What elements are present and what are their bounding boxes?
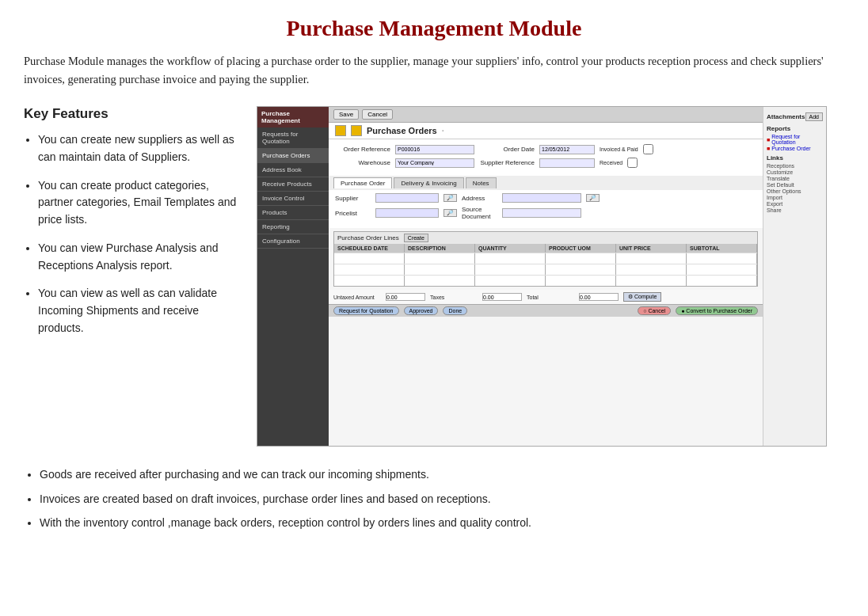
ss-cell bbox=[334, 253, 405, 264]
ss-status-bar: Request for Quotation Approved Done ○ Ca… bbox=[329, 304, 763, 317]
ss-order-date-input[interactable] bbox=[539, 145, 595, 154]
ss-cell bbox=[546, 264, 616, 275]
ss-cell bbox=[334, 264, 405, 275]
ss-link-setdefault[interactable]: Set Default bbox=[767, 182, 823, 188]
ss-order-ref-input[interactable] bbox=[395, 145, 474, 154]
ss-invoiced-paid-checkbox[interactable] bbox=[643, 144, 653, 154]
ss-sidebar-header: Purchase Management bbox=[257, 107, 329, 127]
below-list: Goods are received after purchasing and … bbox=[24, 466, 844, 531]
ss-tabs: Purchase Order Delivery & Invoicing Note… bbox=[329, 176, 763, 190]
ss-pricelist-search-btn[interactable]: 🔎 bbox=[444, 209, 457, 217]
ss-warehouse-input[interactable] bbox=[395, 158, 474, 168]
ss-form-area: Order Reference Order Date Invoiced & Pa… bbox=[329, 139, 763, 176]
ss-convert-po-btn[interactable]: ● Convert to Purchase Order bbox=[676, 306, 758, 315]
ss-order-date-label: Order Date bbox=[479, 146, 535, 153]
ss-link-export[interactable]: Export bbox=[767, 201, 823, 207]
ss-add-attachment-button[interactable]: Add bbox=[805, 112, 823, 121]
table-row bbox=[334, 253, 757, 264]
ss-cancel-action-btn[interactable]: ○ Cancel bbox=[638, 306, 671, 315]
ss-cell bbox=[687, 264, 757, 275]
ss-col-quantity: QUANTITY bbox=[475, 244, 546, 253]
feature-item-2: You can create product categories, partn… bbox=[38, 177, 238, 229]
ss-cancel-button[interactable]: Cancel bbox=[362, 109, 393, 120]
ss-cell bbox=[405, 253, 475, 264]
ss-sidebar-item-receive[interactable]: Receive Products bbox=[257, 177, 329, 192]
ss-link-share[interactable]: Share bbox=[767, 207, 823, 213]
ss-link-receptions[interactable]: Receptions bbox=[767, 163, 823, 169]
feature-item-3: You can view Purchase Analysis and Recep… bbox=[38, 240, 238, 274]
ss-po-icon2 bbox=[351, 125, 362, 136]
ss-done-btn[interactable]: Done bbox=[443, 306, 467, 315]
ss-source-doc-input[interactable] bbox=[502, 208, 581, 218]
ss-source-doc-label: Source Document bbox=[462, 206, 497, 220]
ss-save-button[interactable]: Save bbox=[333, 109, 359, 120]
ss-total-label: Total bbox=[527, 295, 574, 300]
below-item-1: Goods are received after purchasing and … bbox=[40, 466, 844, 483]
ss-link-other-options[interactable]: Other Options bbox=[767, 188, 823, 194]
ss-compute-button[interactable]: ⚙ Compute bbox=[623, 292, 661, 302]
ss-form-row-ref: Order Reference Order Date Invoiced & Pa… bbox=[335, 144, 756, 154]
ss-links-label: Links bbox=[767, 154, 823, 162]
ss-po-title-dot: · bbox=[442, 126, 444, 135]
ss-po-create-btn[interactable]: Create bbox=[404, 234, 428, 242]
below-item-3: With the inventory control ,manage back … bbox=[40, 514, 844, 531]
ss-pricelist-row: Pricelist 🔎 Source Document bbox=[335, 206, 756, 220]
ss-received-checkbox[interactable] bbox=[627, 158, 638, 168]
ss-address-label: Address bbox=[462, 195, 497, 202]
ss-warehouse-label: Warehouse bbox=[335, 159, 390, 166]
ss-supplier-search-btn[interactable]: 🔎 bbox=[444, 194, 457, 202]
ss-tab-delivery-invoicing[interactable]: Delivery & Invoicing bbox=[394, 177, 463, 188]
ss-untaxed-label: Untaxed Amount bbox=[333, 295, 381, 300]
ss-pricelist-input[interactable] bbox=[375, 208, 439, 218]
ss-cell bbox=[687, 276, 757, 286]
ss-attachments-label: Attachments bbox=[767, 113, 805, 120]
ss-link-import[interactable]: Import bbox=[767, 195, 823, 200]
ss-supplier-label: Supplier bbox=[335, 195, 371, 202]
ss-approved-btn[interactable]: Approved bbox=[404, 306, 439, 315]
ss-address-input[interactable] bbox=[502, 193, 581, 203]
ss-sidebar-item-reporting[interactable]: Reporting bbox=[257, 220, 329, 234]
ss-title-bar: Purchase Orders · bbox=[329, 123, 763, 139]
ss-tab-notes[interactable]: Notes bbox=[466, 177, 497, 188]
ss-untaxed-input[interactable] bbox=[386, 293, 425, 301]
ss-sidebar-item-invoice[interactable]: Invoice Control bbox=[257, 192, 329, 206]
ss-main-area: Save Cancel Purchase Orders · Order Refe… bbox=[329, 107, 763, 446]
ss-sidebar-item-po[interactable]: Purchase Orders bbox=[257, 149, 329, 163]
ss-sidebar-item-address[interactable]: Address Book bbox=[257, 163, 329, 177]
page-title: Purchase Management Module bbox=[24, 16, 844, 41]
below-content: Goods are received after purchasing and … bbox=[24, 466, 844, 531]
ss-cell bbox=[546, 276, 616, 286]
intro-text: Purchase Module manages the workflow of … bbox=[24, 52, 844, 89]
ss-cell bbox=[334, 276, 405, 286]
ss-cell bbox=[405, 264, 475, 275]
ss-taxes-label: Taxes bbox=[430, 295, 478, 300]
ss-link-customize[interactable]: Customize bbox=[767, 169, 823, 175]
features-list: You can create new suppliers as well as … bbox=[24, 131, 238, 337]
features-column: Key Features You can create new supplier… bbox=[24, 106, 238, 348]
features-heading: Key Features bbox=[24, 106, 238, 122]
ss-link-translate[interactable]: Translate bbox=[767, 176, 823, 181]
ss-sidebar-item-rfq[interactable]: Requests for Quotation bbox=[257, 127, 329, 149]
ss-invoiced-paid-label: Invoiced & Paid bbox=[600, 146, 638, 152]
ss-cell bbox=[475, 276, 546, 286]
ss-tab-purchase-order[interactable]: Purchase Order bbox=[333, 177, 392, 188]
ss-cell bbox=[616, 264, 687, 275]
ss-sidebar-item-config[interactable]: Configuration bbox=[257, 234, 329, 249]
ss-rfq-status-btn[interactable]: Request for Quotation bbox=[333, 306, 399, 315]
ss-cell bbox=[687, 253, 757, 264]
ss-rp-po-link[interactable]: ■ Purchase Order bbox=[767, 146, 823, 151]
ss-taxes-input[interactable] bbox=[482, 293, 522, 301]
ss-totals-row: Untaxed Amount Taxes Total ⚙ Compute bbox=[329, 290, 763, 304]
ss-col-subtotal: SUBTOTAL bbox=[687, 244, 757, 253]
ss-supplier-input[interactable] bbox=[375, 193, 439, 203]
ss-po-icon bbox=[335, 125, 346, 136]
ss-supplier-ref-input[interactable] bbox=[539, 158, 595, 168]
ss-rp-rfq-link[interactable]: ■ Request for Quotation bbox=[767, 134, 823, 145]
content-area: Key Features You can create new supplier… bbox=[24, 106, 844, 447]
ss-col-description: DESCRIPTION bbox=[405, 244, 475, 253]
ss-total-input[interactable] bbox=[579, 293, 619, 301]
ss-sidebar-item-products[interactable]: Products bbox=[257, 206, 329, 220]
ss-address-search-btn[interactable]: 🔎 bbox=[586, 194, 600, 202]
ss-reports-label: Reports bbox=[767, 125, 823, 132]
ss-form-row-warehouse: Warehouse Supplier Reference Received bbox=[335, 158, 756, 168]
